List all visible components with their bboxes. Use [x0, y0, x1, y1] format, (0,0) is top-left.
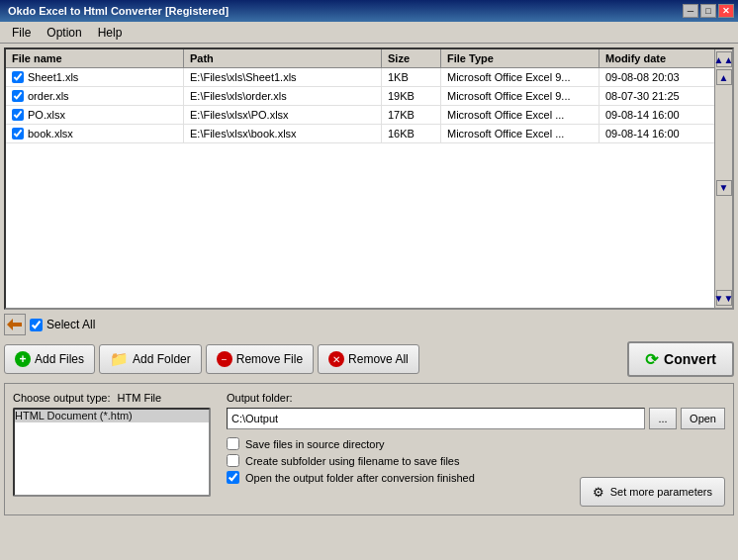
header-filetype: File Type	[441, 49, 600, 67]
header-filename: File name	[6, 49, 184, 67]
add-folder-button[interactable]: 📁 Add Folder	[99, 344, 202, 374]
scroll-up-button[interactable]: ▲	[716, 69, 732, 85]
listbox-option-htm[interactable]: HTML Document (*.htm)	[15, 410, 209, 422]
side-scroll-panel: ▲▲ ▲ ▼ ▼▼	[714, 49, 732, 308]
save-source-dir-label[interactable]: Save files in source directory	[227, 437, 725, 450]
main-content: File name Path Size File Type Modify dat…	[0, 44, 738, 519]
gear-icon: ⚙	[593, 485, 604, 500]
cell-type-1: Microsoft Office Excel 9...	[441, 68, 600, 86]
open-folder-button[interactable]: Open	[681, 408, 725, 429]
output-folder-row: ... Open	[227, 408, 725, 429]
convert-icon: ⟳	[645, 350, 658, 369]
filename-4: book.xlsx	[28, 128, 73, 140]
remove-all-icon: ✕	[328, 351, 344, 367]
table-row: order.xls E:\Files\xls\order.xls 19KB Mi…	[6, 87, 714, 106]
table-row: Sheet1.xls E:\Files\xls\Sheet1.xls 1KB M…	[6, 68, 714, 87]
row-checkbox-2[interactable]	[12, 90, 24, 102]
browse-button[interactable]: ...	[649, 408, 677, 429]
filename-3: PO.xlsx	[28, 109, 65, 121]
add-folder-label: Add Folder	[133, 352, 191, 366]
output-folder-input[interactable]	[227, 408, 645, 429]
open-after-conversion-checkbox[interactable]	[227, 471, 239, 484]
cell-path-2: E:\Files\xls\order.xls	[184, 87, 382, 105]
save-source-dir-text: Save files in source directory	[245, 438, 385, 450]
cell-type-4: Microsoft Office Excel ...	[441, 125, 600, 142]
cell-type-3: Microsoft Office Excel ...	[441, 106, 600, 124]
scroll-down-button[interactable]: ▼	[716, 180, 732, 196]
cell-path-3: E:\Files\xlsx\PO.xlsx	[184, 106, 382, 124]
cell-size-4: 16KB	[382, 125, 441, 142]
select-all-label[interactable]: Select All	[30, 318, 95, 331]
open-after-conversion-label[interactable]: Open the output folder after conversion …	[227, 471, 475, 484]
cell-date-4: 09-08-14 16:00	[600, 125, 714, 142]
menu-file[interactable]: File	[4, 24, 39, 42]
filename-1: Sheet1.xls	[28, 71, 78, 83]
header-path: Path	[184, 49, 382, 67]
cell-date-1: 09-08-08 20:03	[600, 68, 714, 86]
table-body: Sheet1.xls E:\Files\xls\Sheet1.xls 1KB M…	[6, 68, 714, 296]
convert-label: Convert	[664, 351, 716, 367]
file-table: File name Path Size File Type Modify dat…	[6, 49, 714, 308]
remove-file-label: Remove File	[236, 352, 303, 366]
remove-file-button[interactable]: − Remove File	[206, 344, 314, 374]
output-type-label: Choose output type: HTM File	[13, 392, 211, 404]
remove-all-label: Remove All	[348, 352, 409, 366]
row-checkbox-4[interactable]	[12, 128, 24, 140]
menu-bar: File Option Help	[0, 22, 738, 44]
cell-path-1: E:\Files\xls\Sheet1.xls	[184, 68, 382, 86]
create-subfolder-checkbox[interactable]	[227, 454, 239, 467]
minimize-button[interactable]: ─	[683, 4, 698, 18]
scroll-top-button[interactable]: ▲▲	[716, 51, 732, 67]
cell-filename-2: order.xls	[6, 87, 184, 105]
output-type-panel: Choose output type: HTM File HTML Docume…	[13, 392, 211, 507]
select-all-text: Select All	[46, 318, 95, 331]
scroll-bottom-button[interactable]: ▼▼	[716, 290, 732, 306]
row-checkbox-1[interactable]	[12, 71, 24, 83]
cell-size-3: 17KB	[382, 106, 441, 124]
window-controls: ─ □ ✕	[683, 4, 734, 18]
table-row: PO.xlsx E:\Files\xlsx\PO.xlsx 17KB Micro…	[6, 106, 714, 125]
svg-rect-1	[12, 323, 22, 327]
select-all-row: Select All	[4, 314, 734, 335]
convert-button[interactable]: ⟳ Convert	[627, 341, 734, 377]
title-bar: Okdo Excel to Html Converter [Registered…	[0, 0, 738, 22]
cell-date-2: 08-07-30 21:25	[600, 87, 714, 105]
filename-2: order.xls	[28, 90, 69, 102]
header-size: Size	[382, 49, 441, 67]
open-after-conversion-text: Open the output folder after conversion …	[245, 472, 475, 484]
table-row: book.xlsx E:\Files\xlsx\book.xlsx 16KB M…	[6, 125, 714, 143]
table-header: File name Path Size File Type Modify dat…	[6, 49, 714, 68]
close-button[interactable]: ✕	[718, 4, 734, 18]
restore-button[interactable]: □	[700, 4, 716, 18]
output-folder-panel: Output folder: ... Open Save files in so…	[227, 392, 725, 507]
cell-size-2: 19KB	[382, 87, 441, 105]
remove-file-icon: −	[217, 351, 232, 367]
output-type-listbox[interactable]: HTML Document (*.htm)	[13, 408, 211, 497]
menu-option[interactable]: Option	[39, 24, 89, 42]
cell-filename-3: PO.xlsx	[6, 106, 184, 124]
cell-date-3: 09-08-14 16:00	[600, 106, 714, 124]
cell-filename-1: Sheet1.xls	[6, 68, 184, 86]
back-icon[interactable]	[4, 314, 26, 335]
toolbar: + Add Files 📁 Add Folder − Remove File ✕…	[4, 341, 734, 377]
header-modified: Modify date	[600, 49, 714, 67]
add-files-icon: +	[15, 351, 31, 367]
select-all-checkbox[interactable]	[30, 319, 43, 331]
menu-help[interactable]: Help	[90, 24, 131, 42]
cell-filename-4: book.xlsx	[6, 125, 184, 142]
window-title: Okdo Excel to Html Converter [Registered…	[8, 5, 229, 17]
remove-all-button[interactable]: ✕ Remove All	[318, 344, 419, 374]
cell-size-1: 1KB	[382, 68, 441, 86]
row-checkbox-3[interactable]	[12, 109, 24, 121]
create-subfolder-text: Create subfolder using filename to save …	[245, 455, 459, 467]
create-subfolder-label[interactable]: Create subfolder using filename to save …	[227, 454, 725, 467]
output-folder-label: Output folder:	[227, 392, 725, 404]
cell-type-2: Microsoft Office Excel 9...	[441, 87, 600, 105]
save-source-dir-checkbox[interactable]	[227, 437, 239, 450]
add-files-button[interactable]: + Add Files	[4, 344, 95, 374]
add-folder-icon: 📁	[110, 350, 129, 368]
add-files-label: Add Files	[35, 352, 84, 366]
output-section: Choose output type: HTM File HTML Docume…	[4, 383, 734, 515]
file-list-container: File name Path Size File Type Modify dat…	[4, 47, 734, 310]
set-params-button[interactable]: ⚙ Set more parameters	[580, 477, 725, 507]
